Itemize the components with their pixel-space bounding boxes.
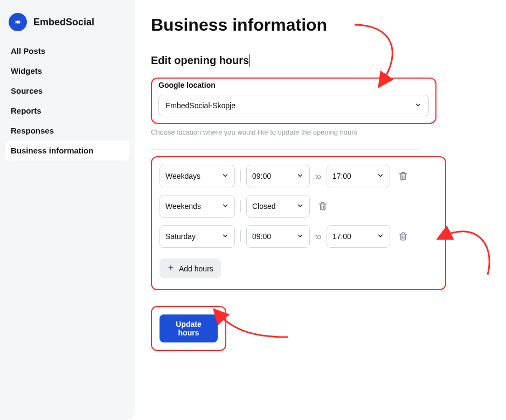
closed-select-value: Closed [252,202,276,211]
location-helper-text: Choose location where you would like to … [151,128,436,136]
brand: EmbedSocial [5,10,129,41]
sidebar-item-widgets[interactable]: Widgets [5,61,129,81]
sidebar-item-sources[interactable]: Sources [5,81,129,101]
close-time-select[interactable]: 17:00 [327,165,390,187]
chevron-down-icon [221,202,229,211]
main-content: Business information Edit opening hours … [135,0,506,420]
divider [151,298,420,298]
hours-row: Weekends Closed [160,195,438,218]
chevron-down-icon [377,172,384,181]
sidebar-item-responses[interactable]: Responses [5,121,129,141]
close-time-value: 17:00 [332,232,351,241]
sidebar-item-reports[interactable]: Reports [5,101,129,121]
closed-select[interactable]: Closed [246,195,310,218]
open-time-value: 09:00 [252,232,271,241]
chevron-down-icon [296,232,304,241]
chevron-down-icon [221,232,229,241]
separator [240,200,241,212]
update-highlight-annotation: Update hours [151,306,226,351]
divider [151,149,420,150]
trash-icon[interactable] [317,201,328,212]
plus-icon [167,264,175,273]
days-select-value: Saturday [165,232,196,241]
sidebar: EmbedSocial All Posts Widgets Sources Re… [0,0,135,420]
hours-row: Saturday 09:00 to 17:00 [160,225,438,248]
chevron-down-icon [221,172,229,181]
brand-icon [9,13,27,31]
days-select-value: Weekends [165,202,201,211]
hours-row: Weekdays 09:00 to 17:00 [160,165,438,187]
location-field-label: Google location [158,81,429,89]
add-hours-label: Add hours [179,264,213,273]
google-location-selected-value: EmbedSocial-Skopje [165,101,235,110]
chevron-down-icon [414,101,422,110]
to-label: to [315,172,321,180]
trash-icon[interactable] [398,171,408,181]
location-highlight-annotation: Google location EmbedSocial-Skopje [151,78,436,124]
chevron-down-icon [296,172,304,181]
section-subtitle: Edit opening hours [151,54,249,67]
page-title: Business information [151,15,490,35]
add-hours-button[interactable]: Add hours [160,258,221,278]
open-time-value: 09:00 [252,172,271,180]
close-time-value: 17:00 [332,172,351,180]
separator [240,230,241,242]
open-time-select[interactable]: 09:00 [246,225,310,248]
update-hours-button[interactable]: Update hours [160,314,218,342]
separator [240,170,241,182]
chevron-down-icon [296,202,304,211]
to-label: to [315,233,321,241]
brand-name: EmbedSocial [33,17,94,28]
hours-highlight-annotation: Weekdays 09:00 to 17:00 Weekends [151,156,446,290]
sidebar-item-all-posts[interactable]: All Posts [5,41,129,61]
days-select[interactable]: Weekends [160,195,235,218]
days-select[interactable]: Saturday [160,225,235,248]
trash-icon[interactable] [398,231,408,242]
google-location-select[interactable]: EmbedSocial-Skopje [158,95,429,116]
sidebar-item-business-information[interactable]: Business information [5,141,129,160]
chevron-down-icon [377,232,384,241]
days-select-value: Weekdays [165,172,200,180]
open-time-select[interactable]: 09:00 [246,165,310,187]
days-select[interactable]: Weekdays [160,165,235,187]
close-time-select[interactable]: 17:00 [327,225,390,248]
